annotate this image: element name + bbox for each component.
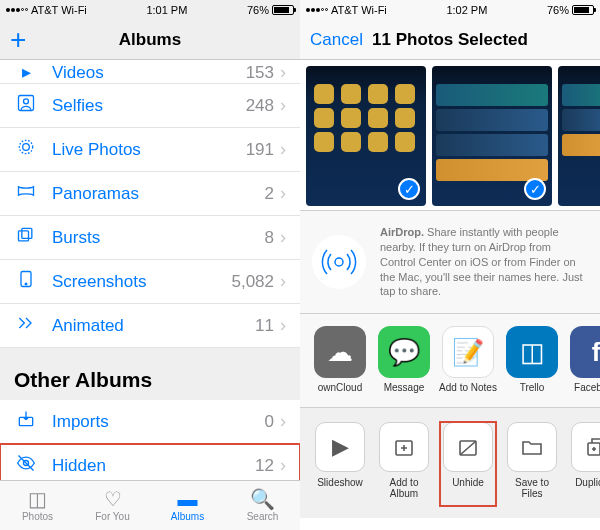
album-row[interactable]: Animated 11 ›: [0, 304, 300, 348]
addtoalbum-action[interactable]: Add to Album: [376, 422, 432, 506]
album-label: Hidden: [52, 456, 255, 476]
airdrop-icon: [312, 235, 366, 289]
photo-thumbnails: ✓ ✓: [300, 60, 600, 210]
battery-icon: [272, 5, 294, 15]
unhide-action[interactable]: Unhide: [440, 422, 496, 506]
album-label: Videos: [52, 63, 246, 83]
signal-dots: [6, 8, 28, 12]
chevron-right-icon: ›: [280, 227, 286, 248]
livephotos-icon: [14, 137, 38, 162]
videos-icon: ▸: [14, 61, 38, 83]
photo-thumbnail[interactable]: ✓: [306, 66, 426, 206]
tab-photos[interactable]: ◫Photos: [0, 481, 75, 530]
selected-check-icon: ✓: [524, 178, 546, 200]
screenshots-icon: [14, 269, 38, 294]
album-row[interactable]: Bursts 8 ›: [0, 216, 300, 260]
chevron-right-icon: ›: [280, 183, 286, 204]
foryou-tab-icon: ♡: [104, 489, 122, 509]
chevron-right-icon: ›: [280, 271, 286, 292]
share-apps-row: ☁ ownCloud 💬 Message 📝 Add to Notes ◫ Tr…: [300, 314, 600, 408]
share-owncloud[interactable]: ☁ ownCloud: [312, 326, 368, 397]
search-tab-icon: 🔍: [250, 489, 275, 509]
chevron-right-icon: ›: [280, 315, 286, 336]
savetofiles-action[interactable]: Save to Files: [504, 422, 560, 506]
imports-icon: [14, 409, 38, 434]
share-addtonotes[interactable]: 📝 Add to Notes: [440, 326, 496, 397]
slideshow-action[interactable]: ▶ Slideshow: [312, 422, 368, 506]
signal-dots: [306, 8, 328, 12]
svg-rect-4: [19, 231, 29, 241]
battery-icon: [572, 5, 594, 15]
chevron-right-icon: ›: [280, 62, 286, 83]
album-count: 0: [265, 412, 274, 432]
battery-percent: 76%: [247, 4, 269, 16]
duplicate-icon: [571, 422, 600, 472]
album-label: Selfies: [52, 96, 246, 116]
album-count: 5,082: [231, 272, 274, 292]
album-count: 11: [255, 316, 274, 336]
carrier-label: AT&T Wi-Fi: [331, 4, 387, 16]
chevron-right-icon: ›: [280, 411, 286, 432]
notes-icon: 📝: [442, 326, 494, 378]
clock: 1:02 PM: [446, 4, 487, 16]
owncloud-icon: ☁: [314, 326, 366, 378]
albums-tab-icon: ▬: [178, 489, 198, 509]
svg-point-3: [19, 140, 32, 153]
airdrop-section[interactable]: AirDrop. Share instantly with people nea…: [300, 210, 600, 314]
tab-search[interactable]: 🔍Search: [225, 481, 300, 530]
share-message[interactable]: 💬 Message: [376, 326, 432, 397]
add-button[interactable]: +: [10, 26, 26, 54]
svg-line-14: [460, 441, 476, 455]
svg-point-11: [335, 258, 343, 266]
status-bar: AT&T Wi-Fi 1:01 PM 76%: [0, 0, 300, 20]
album-row[interactable]: Panoramas 2 ›: [0, 172, 300, 216]
album-row[interactable]: Selfies 248 ›: [0, 84, 300, 128]
svg-point-7: [25, 283, 27, 285]
album-label: Animated: [52, 316, 255, 336]
album-label: Screenshots: [52, 272, 231, 292]
album-count: 153: [246, 63, 274, 83]
message-icon: 💬: [378, 326, 430, 378]
album-count: 12: [255, 456, 274, 476]
album-label: Live Photos: [52, 140, 246, 160]
album-count: 2: [265, 184, 274, 204]
selfies-icon: [14, 93, 38, 118]
album-row[interactable]: Screenshots 5,082 ›: [0, 260, 300, 304]
photo-thumbnail[interactable]: [558, 66, 600, 206]
selected-check-icon: ✓: [398, 178, 420, 200]
share-facebook[interactable]: f Facebook: [568, 326, 600, 397]
plus-icon: +: [10, 26, 26, 54]
play-icon: ▶: [315, 422, 365, 472]
share-trello[interactable]: ◫ Trello: [504, 326, 560, 397]
album-count: 248: [246, 96, 274, 116]
cancel-button[interactable]: Cancel: [310, 30, 363, 50]
nav-bar: + Albums: [0, 20, 300, 60]
album-label: Panoramas: [52, 184, 265, 204]
album-label: Bursts: [52, 228, 265, 248]
battery-percent: 76%: [547, 4, 569, 16]
section-header: Other Albums: [0, 348, 300, 400]
folder-icon: [507, 422, 557, 472]
duplicate-action[interactable]: Duplicate: [568, 422, 600, 506]
airdrop-text: AirDrop. Share instantly with people nea…: [380, 225, 588, 299]
tab-foryou[interactable]: ♡For You: [75, 481, 150, 530]
page-title: 11 Photos Selected: [372, 30, 528, 50]
album-count: 191: [246, 140, 274, 160]
panoramas-icon: [14, 181, 38, 206]
animated-icon: [14, 313, 38, 338]
page-title: Albums: [119, 30, 181, 50]
carrier-label: AT&T Wi-Fi: [31, 4, 87, 16]
svg-rect-0: [19, 96, 34, 111]
album-row[interactable]: Imports 0 ›: [0, 400, 300, 444]
album-row[interactable]: Live Photos 191 ›: [0, 128, 300, 172]
tab-bar: ◫Photos ♡For You ▬Albums 🔍Search: [0, 480, 300, 530]
addtoalbum-icon: [379, 422, 429, 472]
tab-albums[interactable]: ▬Albums: [150, 481, 225, 530]
chevron-right-icon: ›: [280, 455, 286, 476]
album-row[interactable]: ▸ Videos 153 ›: [0, 60, 300, 84]
album-label: Imports: [52, 412, 265, 432]
photo-thumbnail[interactable]: ✓: [432, 66, 552, 206]
photos-tab-icon: ◫: [28, 489, 47, 509]
facebook-icon: f: [570, 326, 600, 378]
clock: 1:01 PM: [146, 4, 187, 16]
